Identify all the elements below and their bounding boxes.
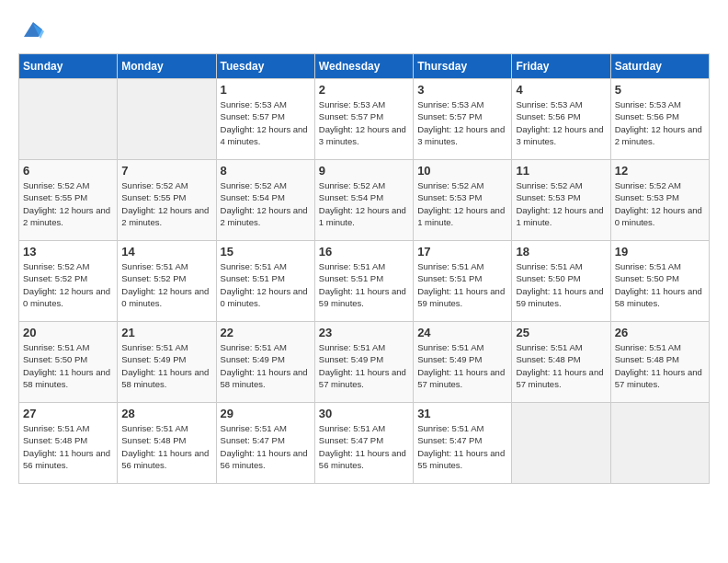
day-number: 11 (516, 164, 606, 178)
day-number: 17 (417, 245, 507, 259)
calendar-table: SundayMondayTuesdayWednesdayThursdayFrid… (18, 53, 710, 484)
calendar-header-wednesday: Wednesday (314, 54, 413, 79)
calendar-cell: 5 Sunrise: 5:53 AM Sunset: 5:56 PM Dayli… (610, 79, 709, 160)
day-number: 10 (417, 164, 507, 178)
calendar-cell: 12 Sunrise: 5:52 AM Sunset: 5:53 PM Dayl… (610, 160, 709, 241)
calendar-cell: 14 Sunrise: 5:51 AM Sunset: 5:52 PM Dayl… (118, 241, 216, 322)
day-info: Sunrise: 5:53 AM Sunset: 5:56 PM Dayligh… (615, 98, 705, 147)
day-number: 15 (221, 245, 311, 259)
calendar-cell: 26 Sunrise: 5:51 AM Sunset: 5:48 PM Dayl… (610, 322, 709, 403)
day-info: Sunrise: 5:51 AM Sunset: 5:48 PM Dayligh… (23, 422, 113, 471)
day-info: Sunrise: 5:51 AM Sunset: 5:50 PM Dayligh… (23, 341, 113, 390)
day-info: Sunrise: 5:53 AM Sunset: 5:56 PM Dayligh… (516, 98, 606, 147)
calendar-cell (19, 79, 118, 160)
calendar-cell: 28 Sunrise: 5:51 AM Sunset: 5:48 PM Dayl… (118, 403, 216, 484)
calendar-header-tuesday: Tuesday (216, 54, 314, 79)
day-info: Sunrise: 5:51 AM Sunset: 5:52 PM Dayligh… (121, 260, 211, 309)
day-info: Sunrise: 5:51 AM Sunset: 5:51 PM Dayligh… (319, 260, 409, 309)
day-number: 4 (516, 83, 606, 97)
calendar-header-friday: Friday (512, 54, 610, 79)
calendar-cell: 2 Sunrise: 5:53 AM Sunset: 5:57 PM Dayli… (314, 79, 413, 160)
calendar-cell: 25 Sunrise: 5:51 AM Sunset: 5:48 PM Dayl… (512, 322, 610, 403)
calendar-cell: 13 Sunrise: 5:52 AM Sunset: 5:52 PM Dayl… (19, 241, 118, 322)
day-info: Sunrise: 5:52 AM Sunset: 5:54 PM Dayligh… (319, 179, 409, 228)
logo (18, 18, 46, 44)
day-number: 14 (121, 245, 211, 259)
calendar-header-sunday: Sunday (19, 54, 118, 79)
day-number: 12 (615, 164, 705, 178)
day-number: 21 (121, 326, 211, 339)
calendar-week-4: 20 Sunrise: 5:51 AM Sunset: 5:50 PM Dayl… (19, 322, 710, 403)
day-info: Sunrise: 5:51 AM Sunset: 5:51 PM Dayligh… (417, 260, 507, 309)
day-number: 2 (319, 83, 409, 97)
day-info: Sunrise: 5:53 AM Sunset: 5:57 PM Dayligh… (319, 98, 409, 147)
day-number: 9 (319, 164, 409, 178)
day-info: Sunrise: 5:52 AM Sunset: 5:53 PM Dayligh… (615, 179, 705, 228)
calendar-cell: 20 Sunrise: 5:51 AM Sunset: 5:50 PM Dayl… (19, 322, 118, 403)
day-info: Sunrise: 5:51 AM Sunset: 5:49 PM Dayligh… (221, 341, 311, 390)
day-info: Sunrise: 5:51 AM Sunset: 5:48 PM Dayligh… (615, 341, 705, 390)
day-info: Sunrise: 5:52 AM Sunset: 5:55 PM Dayligh… (23, 179, 113, 228)
day-number: 25 (516, 326, 606, 339)
day-number: 30 (319, 407, 409, 420)
calendar-cell (512, 403, 610, 484)
day-number: 8 (221, 164, 311, 178)
day-number: 13 (23, 245, 113, 259)
calendar-cell: 9 Sunrise: 5:52 AM Sunset: 5:54 PM Dayli… (314, 160, 413, 241)
day-info: Sunrise: 5:51 AM Sunset: 5:49 PM Dayligh… (417, 341, 507, 390)
page-header (18, 18, 710, 44)
day-info: Sunrise: 5:51 AM Sunset: 5:50 PM Dayligh… (516, 260, 606, 309)
calendar-cell: 18 Sunrise: 5:51 AM Sunset: 5:50 PM Dayl… (512, 241, 610, 322)
day-number: 19 (615, 245, 705, 259)
calendar-cell: 27 Sunrise: 5:51 AM Sunset: 5:48 PM Dayl… (19, 403, 118, 484)
calendar-header-row: SundayMondayTuesdayWednesdayThursdayFrid… (19, 54, 710, 79)
day-number: 1 (221, 83, 311, 97)
day-info: Sunrise: 5:52 AM Sunset: 5:53 PM Dayligh… (516, 179, 606, 228)
day-number: 23 (319, 326, 409, 339)
day-info: Sunrise: 5:51 AM Sunset: 5:49 PM Dayligh… (319, 341, 409, 390)
day-info: Sunrise: 5:51 AM Sunset: 5:51 PM Dayligh… (221, 260, 311, 309)
day-info: Sunrise: 5:51 AM Sunset: 5:47 PM Dayligh… (319, 422, 409, 471)
day-number: 18 (516, 245, 606, 259)
calendar-header-thursday: Thursday (414, 54, 512, 79)
day-number: 20 (23, 326, 113, 339)
day-number: 16 (319, 245, 409, 259)
calendar-cell: 15 Sunrise: 5:51 AM Sunset: 5:51 PM Dayl… (216, 241, 314, 322)
day-info: Sunrise: 5:51 AM Sunset: 5:48 PM Dayligh… (121, 422, 211, 471)
calendar-cell: 16 Sunrise: 5:51 AM Sunset: 5:51 PM Dayl… (314, 241, 413, 322)
calendar-cell: 3 Sunrise: 5:53 AM Sunset: 5:57 PM Dayli… (414, 79, 512, 160)
calendar-header-saturday: Saturday (610, 54, 709, 79)
day-number: 31 (417, 407, 507, 420)
day-number: 29 (221, 407, 311, 420)
calendar-cell (610, 403, 709, 484)
calendar-cell: 31 Sunrise: 5:51 AM Sunset: 5:47 PM Dayl… (414, 403, 512, 484)
calendar-week-5: 27 Sunrise: 5:51 AM Sunset: 5:48 PM Dayl… (19, 403, 710, 484)
day-number: 22 (221, 326, 311, 339)
calendar-cell: 7 Sunrise: 5:52 AM Sunset: 5:55 PM Dayli… (118, 160, 216, 241)
day-info: Sunrise: 5:52 AM Sunset: 5:52 PM Dayligh… (23, 260, 113, 309)
calendar-cell: 29 Sunrise: 5:51 AM Sunset: 5:47 PM Dayl… (216, 403, 314, 484)
day-number: 5 (615, 83, 705, 97)
calendar-cell (118, 79, 216, 160)
calendar-cell: 11 Sunrise: 5:52 AM Sunset: 5:53 PM Dayl… (512, 160, 610, 241)
day-info: Sunrise: 5:51 AM Sunset: 5:50 PM Dayligh… (615, 260, 705, 309)
day-info: Sunrise: 5:51 AM Sunset: 5:47 PM Dayligh… (417, 422, 507, 471)
calendar-cell: 30 Sunrise: 5:51 AM Sunset: 5:47 PM Dayl… (314, 403, 413, 484)
day-number: 27 (23, 407, 113, 420)
day-number: 6 (23, 164, 113, 178)
day-number: 3 (417, 83, 507, 97)
day-number: 28 (121, 407, 211, 420)
day-info: Sunrise: 5:52 AM Sunset: 5:54 PM Dayligh… (221, 179, 311, 228)
calendar-cell: 22 Sunrise: 5:51 AM Sunset: 5:49 PM Dayl… (216, 322, 314, 403)
day-info: Sunrise: 5:51 AM Sunset: 5:47 PM Dayligh… (221, 422, 311, 471)
calendar-cell: 21 Sunrise: 5:51 AM Sunset: 5:49 PM Dayl… (118, 322, 216, 403)
calendar-cell: 8 Sunrise: 5:52 AM Sunset: 5:54 PM Dayli… (216, 160, 314, 241)
calendar-cell: 17 Sunrise: 5:51 AM Sunset: 5:51 PM Dayl… (414, 241, 512, 322)
day-info: Sunrise: 5:51 AM Sunset: 5:49 PM Dayligh… (121, 341, 211, 390)
calendar-cell: 24 Sunrise: 5:51 AM Sunset: 5:49 PM Dayl… (414, 322, 512, 403)
calendar-cell: 19 Sunrise: 5:51 AM Sunset: 5:50 PM Dayl… (610, 241, 709, 322)
day-number: 24 (417, 326, 507, 339)
day-info: Sunrise: 5:52 AM Sunset: 5:53 PM Dayligh… (417, 179, 507, 228)
calendar-week-1: 1 Sunrise: 5:53 AM Sunset: 5:57 PM Dayli… (19, 79, 710, 160)
day-number: 26 (615, 326, 705, 339)
